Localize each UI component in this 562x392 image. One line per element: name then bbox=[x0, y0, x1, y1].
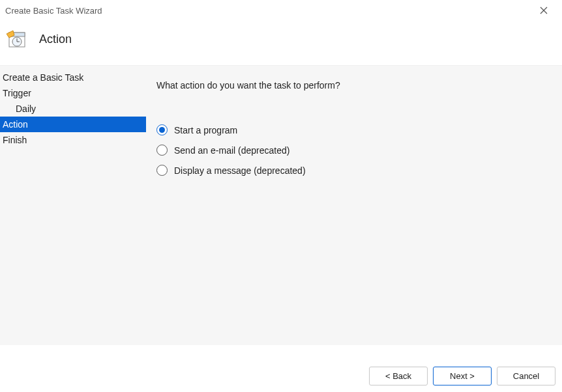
wizard-footer: < Back Next > Cancel bbox=[369, 367, 555, 385]
wizard-header: Action bbox=[0, 21, 562, 65]
back-button[interactable]: < Back bbox=[369, 367, 428, 385]
radio-label: Send an e-mail (deprecated) bbox=[174, 145, 289, 156]
wizard-body: Create a Basic Task Trigger Daily Action… bbox=[0, 65, 562, 345]
task-icon bbox=[7, 29, 27, 49]
close-icon[interactable] bbox=[535, 4, 553, 18]
sidebar-item-label: Trigger bbox=[3, 88, 31, 98]
next-button[interactable]: Next > bbox=[433, 367, 492, 385]
window-title: Create Basic Task Wizard bbox=[5, 6, 102, 16]
prompt-text: What action do you want the task to perf… bbox=[156, 80, 549, 91]
sidebar-item-label: Action bbox=[3, 119, 28, 130]
sidebar-item-daily[interactable]: Daily bbox=[0, 101, 146, 117]
radio-icon bbox=[156, 145, 168, 156]
wizard-sidebar: Create a Basic Task Trigger Daily Action… bbox=[0, 66, 146, 345]
sidebar-item-finish[interactable]: Finish bbox=[0, 132, 146, 148]
page-title: Action bbox=[39, 33, 72, 46]
titlebar: Create Basic Task Wizard bbox=[0, 0, 562, 21]
sidebar-item-label: Create a Basic Task bbox=[3, 72, 83, 83]
wizard-main: What action do you want the task to perf… bbox=[146, 66, 562, 345]
sidebar-item-create-basic-task[interactable]: Create a Basic Task bbox=[0, 70, 146, 85]
radio-label: Start a program bbox=[174, 125, 237, 135]
radio-icon bbox=[156, 165, 168, 176]
radio-send-email[interactable]: Send an e-mail (deprecated) bbox=[156, 145, 549, 156]
radio-label: Display a message (deprecated) bbox=[174, 165, 306, 176]
sidebar-item-trigger[interactable]: Trigger bbox=[0, 85, 146, 101]
radio-start-program[interactable]: Start a program bbox=[156, 124, 549, 135]
sidebar-item-label: Finish bbox=[3, 135, 27, 145]
radio-display-message[interactable]: Display a message (deprecated) bbox=[156, 165, 549, 176]
sidebar-item-action[interactable]: Action bbox=[0, 117, 146, 132]
sidebar-item-label: Daily bbox=[16, 104, 36, 114]
radio-icon bbox=[156, 124, 168, 135]
cancel-button[interactable]: Cancel bbox=[497, 367, 555, 385]
